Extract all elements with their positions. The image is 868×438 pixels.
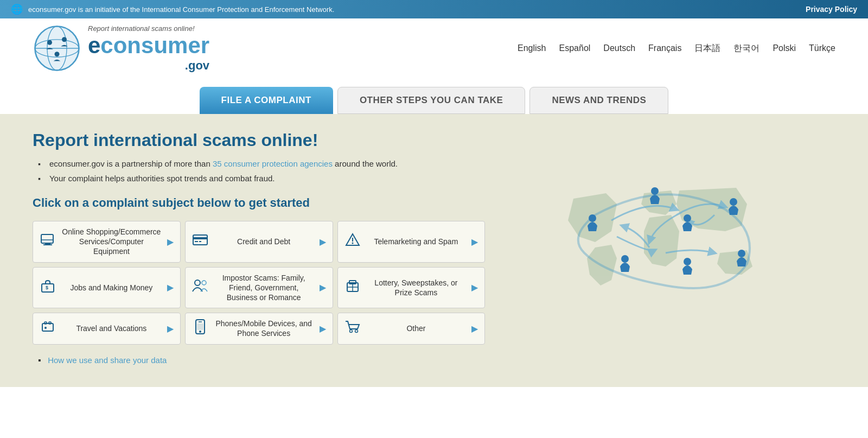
travel-icon <box>40 319 56 338</box>
phones-icon <box>192 319 208 338</box>
complaint-other[interactable]: Other ▶ <box>337 313 486 344</box>
consumer-agencies-link[interactable]: 35 consumer protection agencies <box>213 159 333 168</box>
header: Report international scams online! e con… <box>0 18 868 78</box>
svg-rect-12 <box>193 235 207 245</box>
credit-debt-arrow: ▶ <box>320 237 326 247</box>
complaint-impostor[interactable]: Impostor Scams: Family, Friend, Governme… <box>185 267 333 309</box>
credit-debt-label: Credit and Debt <box>214 237 314 246</box>
logo-consumer: consumer <box>100 33 209 59</box>
lottery-label: Lottery, Sweepstakes, or Prize Scams <box>366 278 467 297</box>
svg-rect-31 <box>43 322 52 324</box>
tab-other-steps[interactable]: OTHER STEPS YOU CAN TAKE <box>337 87 526 114</box>
logo-gov: .gov <box>88 59 209 73</box>
svg-point-34 <box>199 331 201 333</box>
left-content: Report international scams online! econs… <box>33 130 485 365</box>
online-shopping-label: Online Shopping/Ecommerce Services/Compu… <box>61 227 162 257</box>
bullet-list: econsumer.gov is a partnership of more t… <box>33 159 485 183</box>
logo-area: Report international scams online! e con… <box>33 24 209 73</box>
bullet-item-1: econsumer.gov is a partnership of more t… <box>38 159 485 168</box>
svg-rect-13 <box>193 237 207 239</box>
privacy-policy-link[interactable]: Privacy Policy <box>806 5 857 14</box>
complaint-lottery[interactable]: Lottery, Sweepstakes, or Prize Scams ▶ <box>337 267 486 309</box>
complaint-grid: Online Shopping/Ecommerce Services/Compu… <box>33 221 485 345</box>
lottery-icon <box>344 278 361 297</box>
jobs-money-label: Jobs and Making Money <box>61 283 162 293</box>
impostor-icon <box>192 278 208 297</box>
banner-text: econsumer.gov is an initiative of the In… <box>28 5 334 14</box>
lang-francais[interactable]: Français <box>648 43 681 53</box>
telemarketing-arrow: ▶ <box>471 237 478 247</box>
sub-heading: Click on a complaint subject below to ge… <box>33 196 485 210</box>
complaint-jobs-money[interactable]: $ Jobs and Making Money ▶ <box>33 267 181 309</box>
phones-label: Phones/Mobile Devices, and Phone Service… <box>214 319 314 338</box>
complaint-phones[interactable]: Phones/Mobile Devices, and Phone Service… <box>185 313 333 344</box>
svg-point-42 <box>730 198 737 206</box>
svg-point-45 <box>738 250 745 257</box>
lang-deutsch[interactable]: Deutsch <box>603 43 635 53</box>
svg-point-5 <box>47 40 52 45</box>
svg-rect-15 <box>199 241 201 242</box>
lang-japanese[interactable]: 日本語 <box>694 43 720 54</box>
logo-tagline: Report international scams online! <box>88 24 209 33</box>
other-label: Other <box>366 323 467 333</box>
complaint-telemarketing[interactable]: Telemarketing and Spam ▶ <box>337 221 486 263</box>
lang-korean[interactable]: 한국어 <box>733 43 760 54</box>
lottery-arrow: ▶ <box>471 282 478 293</box>
logo-name: e consumer <box>88 33 209 59</box>
svg-point-41 <box>684 214 691 222</box>
logo-e: e <box>88 33 100 59</box>
svg-point-30 <box>44 327 47 329</box>
svg-point-22 <box>202 281 206 285</box>
online-shopping-icon <box>40 232 56 251</box>
svg-rect-8 <box>41 234 53 243</box>
top-banner: 🌐 econsumer.gov is an initiative of the … <box>0 0 868 18</box>
logo-globe-icon <box>33 24 81 73</box>
complaint-online-shopping[interactable]: Online Shopping/Ecommerce Services/Compu… <box>33 221 181 263</box>
svg-point-21 <box>195 280 200 285</box>
main-heading: Report international scams online! <box>33 130 485 150</box>
svg-rect-14 <box>195 241 198 242</box>
nav-tabs: FILE A COMPLAINT OTHER STEPS YOU CAN TAK… <box>0 78 868 114</box>
jobs-money-icon: $ <box>40 278 56 297</box>
svg-rect-35 <box>197 323 203 330</box>
travel-label: Travel and Vacations <box>61 323 162 333</box>
svg-point-39 <box>589 214 596 222</box>
footer-link-area: How we use and share your data <box>33 356 485 365</box>
svg-point-18 <box>352 243 353 244</box>
phones-arrow: ▶ <box>320 323 326 334</box>
impostor-arrow: ▶ <box>320 282 326 293</box>
lang-polski[interactable]: Polski <box>773 43 796 53</box>
travel-arrow: ▶ <box>167 323 174 334</box>
svg-text:$: $ <box>46 285 48 290</box>
bullet-text-2: Your complaint helps authorities spot tr… <box>49 174 275 183</box>
world-map-illustration <box>541 166 790 329</box>
svg-point-37 <box>355 330 358 333</box>
other-icon <box>344 319 361 338</box>
banner-left: 🌐 econsumer.gov is an initiative of the … <box>11 3 334 15</box>
lang-espanol[interactable]: Español <box>559 43 591 53</box>
svg-point-43 <box>621 255 629 263</box>
tab-news-trends[interactable]: NEWS AND TRENDS <box>529 87 668 114</box>
credit-debt-icon <box>192 234 208 249</box>
logo-text-area: Report international scams online! e con… <box>88 24 209 73</box>
language-nav: English Español Deutsch Français 日本語 한국어… <box>518 43 835 54</box>
bullet-item-2: Your complaint helps authorities spot tr… <box>38 174 485 183</box>
right-content <box>496 130 835 365</box>
tab-file-complaint[interactable]: FILE A COMPLAINT <box>200 87 333 114</box>
lang-turkce[interactable]: Türkçe <box>809 43 835 53</box>
online-shopping-arrow: ▶ <box>167 237 174 247</box>
jobs-money-arrow: ▶ <box>167 282 174 293</box>
content-inner: Report international scams online! econs… <box>33 130 835 365</box>
lang-english[interactable]: English <box>518 43 546 53</box>
bullet-text-1: econsumer.gov is a partnership of more t… <box>49 159 398 168</box>
data-usage-link[interactable]: How we use and share your data <box>48 356 167 365</box>
svg-point-7 <box>55 52 60 56</box>
complaint-credit-debt[interactable]: Credit and Debt ▶ <box>185 221 333 263</box>
impostor-label: Impostor Scams: Family, Friend, Governme… <box>214 273 314 303</box>
complaint-travel[interactable]: Travel and Vacations ▶ <box>33 313 181 344</box>
globe-icon: 🌐 <box>11 3 23 15</box>
telemarketing-icon <box>344 232 361 251</box>
svg-rect-27 <box>42 323 53 331</box>
other-arrow: ▶ <box>471 323 478 334</box>
svg-point-44 <box>684 258 691 265</box>
